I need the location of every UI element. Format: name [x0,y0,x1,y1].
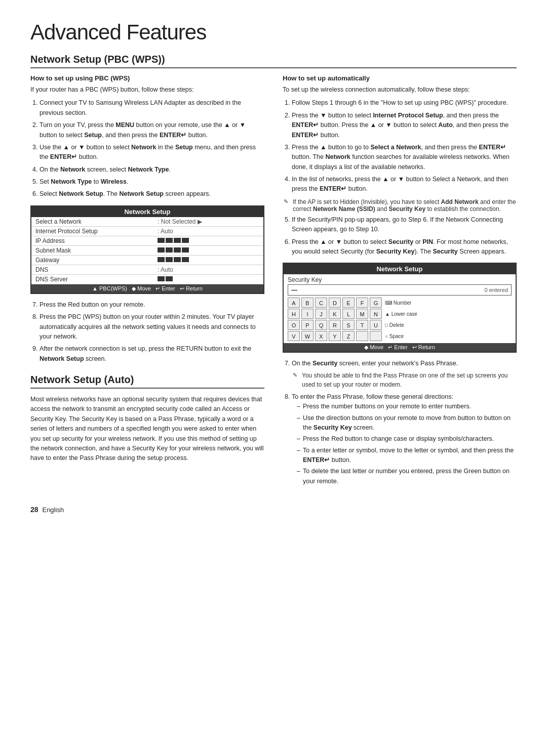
network-row-select: Select a Network : Not Selected ▶ [31,217,263,227]
key-Q[interactable]: Q [315,320,327,330]
page-number: 28 [30,506,38,514]
security-key-input: — 0 entered [288,284,512,296]
section1-title: Network Setup (PBC (WPS)) [30,54,517,68]
key-J[interactable]: J [315,309,327,319]
pbc-steps-continued: Press the Red button on your remote. Pre… [30,300,264,364]
key-S[interactable]: S [342,320,355,330]
key-Y[interactable]: Y [329,331,341,341]
direction-5: To delete the last letter or number you … [297,467,517,486]
auto-step-8: To enter the Pass Phrase, follow these g… [292,392,517,486]
key-C[interactable]: C [315,298,327,308]
step-2: Turn on your TV, press the MENU button o… [40,120,264,140]
step-6: Select Network Setup. The Network Setup … [40,189,264,199]
step-3: Use the ▲ or ▼ button to select Network … [40,143,264,162]
key-U[interactable]: U [370,320,382,330]
page-language: English [42,506,64,514]
network-setup-box: Network Setup Select a Network : Not Sel… [30,205,264,294]
auto-intro: Most wireless networks have an optional … [30,395,264,464]
key-R[interactable]: R [329,320,341,330]
key-M[interactable]: M [356,309,368,319]
network-row-gateway: Gateway [31,256,263,265]
key-K[interactable]: K [329,309,341,319]
step-5: Set Network Type to Wireless. [40,177,264,187]
key-H[interactable]: H [288,309,300,319]
key-W[interactable]: W [301,331,314,341]
key-V[interactable]: V [288,331,300,341]
key-I[interactable]: I [301,309,314,319]
page-title: Advanced Features [30,20,517,45]
directions-list: Press the number buttons on your remote … [292,402,517,486]
col-left: How to set up using PBC (WPS) If your ro… [30,74,264,490]
direction-1: Press the number buttons on your remote … [297,402,517,411]
key-X[interactable]: X [315,331,327,341]
key-row-ou: O P Q R S T U □ Delete [288,320,512,330]
network-box-title: Network Setup [31,206,263,217]
auto-steps-3: On the Security screen, enter your netwo… [283,359,517,486]
key-Z[interactable]: Z [342,331,355,341]
col-right: How to set up automatically To set up th… [283,74,517,490]
step-8: Press the PBC (WPS) button on your route… [40,312,264,342]
key-N[interactable]: N [370,309,382,319]
security-key-box: Network Setup Security Key — 0 entered A… [283,263,517,353]
key-entered: 0 entered [485,287,508,293]
key-F[interactable]: F [356,298,368,308]
step-4: On the Network screen, select Network Ty… [40,165,264,175]
key-row-ag: A B C D E F G ⌨ Number [288,298,512,308]
section-auto: Network Setup (Auto) Most wireless netwo… [30,374,264,464]
auto-step-6: Press the ▲ or ▼ button to select Securi… [292,237,517,257]
key-blank1 [356,331,368,341]
auto-step-5: If the Security/PIN pop-up appears, go t… [292,215,517,235]
row4-label: ○ Space [385,333,404,339]
direction-2: Use the direction buttons on your remote… [297,413,517,433]
auto-note1: If the AP is set to Hidden (Invisible), … [283,198,517,213]
key-blank2 [370,331,382,341]
auto-section-intro: To set up the wireless connection automa… [283,85,517,95]
section-pbc-wps: Network Setup (PBC (WPS)) How to set up … [30,54,517,490]
row1-label: ⌨ Number [385,300,411,306]
subsection-pbc-title: How to set up using PBC (WPS) [30,74,264,82]
auto-steps: Follow Steps 1 through 6 in the "How to … [283,98,517,194]
key-A[interactable]: A [288,298,300,308]
network-row-dns-server: DNS Server [31,275,263,284]
section2-title: Network Setup (Auto) [30,374,264,389]
security-key-label: Security Key [284,274,516,284]
key-L[interactable]: L [342,309,355,319]
pbc-steps: Connect your TV to Samsung Wireless LAN … [30,98,264,199]
network-row-dns: DNS : Auto [31,265,263,275]
step-7: Press the Red button on your remote. [40,300,264,310]
key-B[interactable]: B [301,298,314,308]
direction-3: Press the Red button to change case or d… [297,434,517,444]
key-D[interactable]: D [329,298,341,308]
key-O[interactable]: O [288,320,300,330]
key-row-vz: V W X Y Z ○ Space [288,331,512,341]
key-P[interactable]: P [301,320,314,330]
auto-step-1: Follow Steps 1 through 6 in the "How to … [292,98,517,108]
key-E[interactable]: E [342,298,355,308]
security-box-title: Network Setup [284,264,516,274]
key-T[interactable]: T [356,320,368,330]
auto-step-7: On the Security screen, enter your netwo… [292,359,517,390]
auto-step-2: Press the ▼ button to select Internet Pr… [292,111,517,140]
network-row-subnet: Subnet Mask [31,246,263,256]
key-cursor: — [291,286,297,293]
row3-label: □ Delete [385,322,404,328]
key-G[interactable]: G [370,298,382,308]
auto-step-4: In the list of networks, press the ▲ or … [292,175,517,194]
step-9: After the network connection is set up, … [40,344,264,364]
auto-section-title: How to set up automatically [283,74,517,82]
step-1: Connect your TV to Samsung Wireless LAN … [40,98,264,118]
security-box-footer: ◆ Move ↵ Enter ↩ Return [284,343,516,352]
pbc-intro: If your router has a PBC (WPS) button, f… [30,85,264,95]
network-row-protocol: Internet Protocol Setup : Auto [31,227,263,236]
row2-label: ▲ Lower case [385,311,417,317]
auto-note2: You should be able to find the Pass Phra… [292,371,517,390]
auto-step-3: Press the ▲ button to go to Select a Net… [292,143,517,172]
auto-steps-2: If the Security/PIN pop-up appears, go t… [283,215,517,257]
key-row-hn: H I J K L M N ▲ Lower case [288,309,512,319]
network-row-ip: IP Address [31,236,263,246]
network-box-footer: ▲ PBC(WPS) ◆ Move ↵ Enter ↩ Return [31,284,263,293]
direction-4: To a enter letter or symbol, move to the… [297,446,517,466]
page-footer: 28 English [30,506,517,514]
